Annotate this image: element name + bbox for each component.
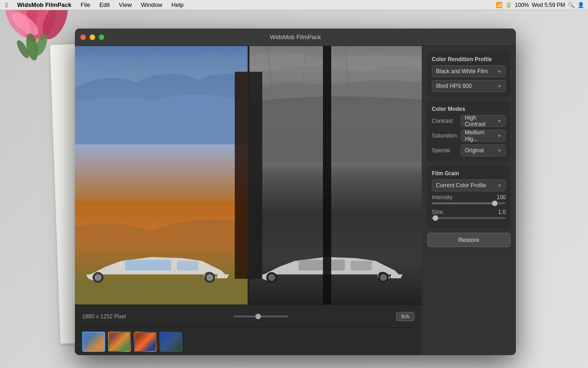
contrast-dropdown[interactable]: High Contrast ▼ [461, 115, 506, 127]
battery-percent: 100% [515, 2, 529, 8]
film-grain-section: Film Grain Current Color Profile ▼ Inten… [427, 166, 510, 228]
close-button[interactable] [80, 34, 86, 40]
menubar:  WidsMob FilmPack File Edit View Window… [0, 0, 588, 10]
svg-rect-14 [177, 261, 198, 270]
image-panel: 1880 x 1252 Pixel B/A [75, 46, 422, 355]
ba-button[interactable]: B/A [396, 312, 414, 321]
pole-bw [323, 46, 331, 305]
profile-dropdown[interactable]: Black and White Film ▼ [432, 65, 506, 77]
film-dropdown[interactable]: Ilford HPS 800 ▼ [432, 80, 506, 92]
image-area [75, 46, 422, 305]
view-menu[interactable]: View [117, 1, 134, 8]
mid-color [75, 144, 249, 209]
right-panel: Color Rendition Profile Black and White … [422, 46, 516, 355]
intensity-slider[interactable] [432, 202, 506, 204]
saturation-label: Saturation [432, 132, 457, 139]
film-dropdown-arrow: ▼ [497, 84, 502, 89]
svg-point-10 [95, 274, 102, 281]
special-label: Special [432, 147, 457, 154]
size-value: 1.0 [498, 209, 506, 215]
svg-point-19 [268, 274, 275, 281]
profile-dropdown-arrow: ▼ [497, 69, 502, 74]
help-menu[interactable]: Help [170, 1, 186, 8]
zoom-slider-container [233, 316, 288, 317]
intensity-row: Intensity 100 [432, 194, 506, 201]
clock: Wed 5:59 PM [532, 2, 565, 8]
title-bar: WidsMob FilmPack [75, 29, 516, 46]
desktop: WidsMob FilmPack [0, 10, 588, 368]
wifi-icon: 📶 [496, 2, 503, 8]
image-bw-side [249, 46, 422, 305]
edit-menu[interactable]: Edit [97, 1, 111, 8]
contrast-label: Contrast [432, 118, 457, 124]
zoom-slider[interactable] [233, 316, 288, 317]
minimize-button[interactable] [90, 34, 95, 40]
color-rendition-section: Color Rendition Profile Black and White … [427, 52, 510, 97]
intensity-value: 100 [497, 194, 506, 201]
window-frame-right [249, 72, 262, 279]
thumbnail-1[interactable] [82, 332, 105, 352]
thumbnail-strip [75, 328, 422, 355]
profile-dropdown-value: Black and White Film [436, 68, 488, 75]
pixel-info: 1880 x 1252 Pixel [82, 313, 126, 320]
image-bottom-bar: 1880 x 1252 Pixel B/A [75, 305, 422, 328]
grain-profile-value: Current Color Profile [436, 182, 486, 189]
restore-button[interactable]: Restore [427, 233, 510, 247]
film-grain-label: Film Grain [432, 170, 506, 177]
grain-profile-dropdown[interactable]: Current Color Profile ▼ [432, 179, 506, 191]
traffic-lights [80, 34, 104, 40]
special-dropdown[interactable]: Original ▼ [461, 144, 506, 156]
color-rendition-label: Color Rendition Profile [432, 56, 506, 63]
file-menu[interactable]: File [79, 1, 92, 8]
thumbnail-2[interactable] [108, 332, 131, 352]
image-color-side [75, 46, 249, 305]
special-arrow: ▼ [497, 148, 502, 153]
svg-rect-22 [299, 260, 345, 270]
special-value: Original [465, 147, 484, 154]
contrast-value: High Contrast [465, 115, 497, 127]
zoom-slider-thumb[interactable] [255, 314, 261, 319]
svg-rect-23 [351, 261, 372, 270]
menubar-left:  WidsMob FilmPack File Edit View Window… [4, 1, 186, 9]
thumbnail-3[interactable] [134, 332, 157, 352]
intensity-label: Intensity [432, 194, 452, 201]
svg-point-21 [380, 274, 387, 281]
size-row: Size: 1.0 [432, 209, 506, 215]
app-window: WidsMob FilmPack [75, 29, 516, 355]
saturation-value: Medium Hig... [465, 129, 497, 142]
image-divider [248, 46, 249, 305]
app-content: 1880 x 1252 Pixel B/A [75, 46, 516, 355]
app-name-menu[interactable]: WidsMob FilmPack [15, 1, 73, 8]
window-menu[interactable]: Window [139, 1, 164, 8]
saturation-dropdown[interactable]: Medium Hig... ▼ [461, 130, 506, 142]
size-slider[interactable] [432, 217, 506, 219]
svg-point-12 [206, 274, 213, 281]
maximize-button[interactable] [99, 34, 104, 40]
search-icon[interactable]: 🔍 [568, 2, 575, 8]
sky-bw [249, 46, 422, 162]
saturation-arrow: ▼ [497, 133, 502, 138]
modes-grid: Contrast High Contrast ▼ Saturation Medi… [432, 115, 506, 156]
apple-menu[interactable]:  [4, 1, 10, 9]
window-title: WidsMob FilmPack [104, 34, 486, 40]
menubar-right: 📶 🔋 100% Wed 5:59 PM 🔍 👤 [496, 2, 584, 8]
film-dropdown-value: Ilford HPS 800 [436, 83, 472, 89]
color-modes-section: Color Modes Contrast High Contrast ▼ Sat… [427, 101, 510, 161]
grain-profile-arrow: ▼ [497, 183, 502, 188]
thumbnail-4[interactable] [159, 332, 182, 352]
contrast-arrow: ▼ [497, 119, 502, 124]
color-modes-label: Color Modes [432, 106, 506, 112]
window-frame-left [235, 72, 249, 279]
size-label: Size: [432, 209, 444, 215]
sky-color [75, 46, 249, 150]
user-icon[interactable]: 👤 [577, 2, 584, 8]
svg-rect-13 [125, 260, 171, 270]
battery-icon: 🔋 [505, 2, 512, 8]
